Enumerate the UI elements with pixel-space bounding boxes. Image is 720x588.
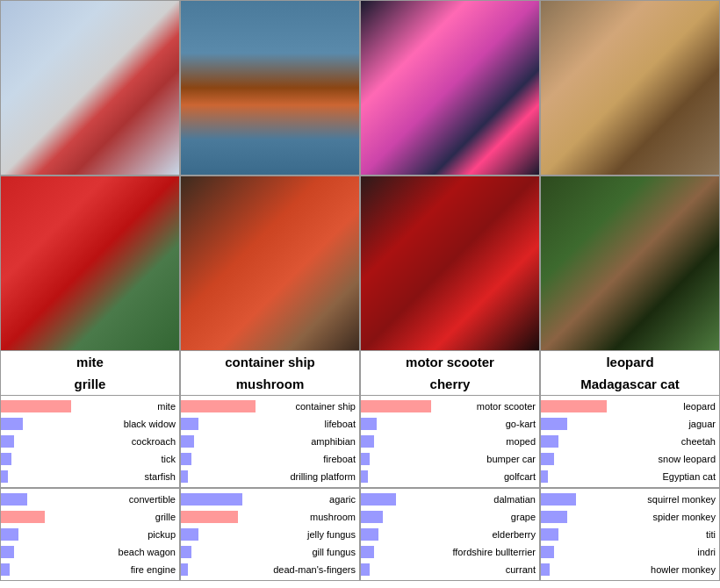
prediction-row: starfish [1, 468, 179, 485]
prediction-label: leopard [683, 401, 716, 412]
prediction-row: mushroom [181, 508, 359, 526]
bar-container [181, 417, 198, 431]
bar-container [1, 470, 8, 484]
prediction-row: cockroach [1, 433, 179, 450]
prediction-label: squirrel monkey [647, 494, 716, 505]
prediction-bar [181, 453, 191, 465]
bar-container [181, 434, 194, 448]
prediction-label: pickup [148, 529, 176, 540]
prediction-bar [541, 546, 554, 558]
image-motor-scooter [360, 0, 540, 176]
predictions-grille: convertiblegrillepickupbeach wagonfire e… [0, 488, 180, 581]
prediction-bar [1, 470, 8, 483]
prediction-row: black widow [1, 415, 179, 433]
prediction-bar [1, 453, 11, 465]
prediction-label: fire engine [131, 564, 176, 575]
prediction-label: drilling platform [290, 471, 356, 482]
prediction-bar [1, 400, 71, 412]
bar-container [541, 527, 558, 541]
prediction-bar [541, 453, 554, 465]
prediction-row: leopard [541, 398, 719, 415]
bar-container [1, 563, 10, 577]
prediction-row: gill fungus [181, 543, 359, 561]
prediction-label: grille [155, 512, 176, 522]
bar-container [181, 399, 256, 413]
prediction-label: bumper car [486, 454, 536, 464]
prediction-bar [1, 511, 45, 523]
bar-container [1, 492, 27, 506]
image-grille [0, 176, 180, 351]
bar-container [541, 434, 558, 448]
prediction-label: jelly fungus [307, 529, 356, 540]
prediction-row: bumper car [361, 450, 539, 468]
prediction-bar [361, 435, 374, 448]
prediction-bar [541, 493, 576, 506]
prediction-bar [1, 546, 14, 558]
prediction-row: agaric [181, 491, 359, 508]
bar-container [361, 399, 431, 413]
image-mite [0, 0, 180, 176]
bar-container [361, 470, 368, 484]
prediction-label: moped [506, 436, 536, 447]
prediction-label: gill fungus [312, 547, 356, 557]
prediction-bar [541, 563, 550, 576]
label-madagascar-cat: Madagascar cat [540, 373, 720, 395]
prediction-row: spider monkey [541, 508, 719, 526]
prediction-row: dalmatian [361, 491, 539, 508]
prediction-label: indri [697, 547, 716, 557]
prediction-bar [181, 511, 238, 523]
prediction-row: convertible [1, 491, 179, 508]
label-leopard: leopard [540, 351, 720, 373]
prediction-row: elderberry [361, 526, 539, 543]
prediction-label: dalmatian [493, 494, 536, 505]
prediction-label: mushroom [310, 512, 356, 522]
prediction-row: mite [1, 398, 179, 415]
bar-container [181, 470, 188, 484]
label-motor-scooter: motor scooter [360, 351, 540, 373]
label-mushroom: mushroom [180, 373, 360, 395]
prediction-label: black widow [124, 419, 176, 429]
prediction-row: fire engine [1, 561, 179, 578]
prediction-label: starfish [145, 471, 176, 482]
prediction-row: ffordshire bullterrier [361, 543, 539, 561]
prediction-bar [1, 435, 14, 448]
prediction-label: container ship [296, 401, 356, 412]
prediction-bar [541, 470, 548, 483]
prediction-label: grape [511, 512, 536, 522]
bar-container [361, 510, 383, 524]
prediction-label: golfcart [504, 471, 536, 482]
prediction-bar [361, 400, 431, 412]
prediction-bar [541, 435, 558, 448]
prediction-row: pickup [1, 526, 179, 543]
prediction-label: tick [162, 454, 176, 464]
prediction-bar [361, 418, 377, 430]
prediction-row: tick [1, 450, 179, 468]
prediction-bar [181, 546, 191, 558]
bar-container [541, 452, 554, 466]
prediction-label: convertible [129, 494, 176, 505]
prediction-row: golfcart [361, 468, 539, 485]
bar-container [541, 470, 548, 484]
prediction-bar [541, 400, 607, 412]
prediction-bar [541, 528, 558, 541]
prediction-row: grille [1, 508, 179, 526]
prediction-row: howler monkey [541, 561, 719, 578]
prediction-label: ffordshire bullterrier [452, 547, 536, 557]
prediction-bar [361, 470, 368, 483]
prediction-label: cheetah [681, 436, 716, 447]
prediction-label: agaric [329, 494, 356, 505]
prediction-row: indri [541, 543, 719, 561]
prediction-row: grape [361, 508, 539, 526]
prediction-label: motor scooter [477, 401, 536, 412]
prediction-bar [1, 563, 10, 576]
image-madagascar-cat [540, 176, 720, 351]
prediction-bar [181, 435, 194, 448]
prediction-label: elderberry [492, 529, 536, 540]
prediction-label: beach wagon [119, 547, 176, 557]
bar-container [181, 527, 198, 541]
bar-container [361, 417, 377, 431]
prediction-row: motor scooter [361, 398, 539, 415]
predictions-leopard: leopardjaguarcheetahsnow leopardEgyptian… [540, 395, 720, 488]
bar-container [541, 399, 607, 413]
prediction-label: spider monkey [652, 512, 716, 522]
